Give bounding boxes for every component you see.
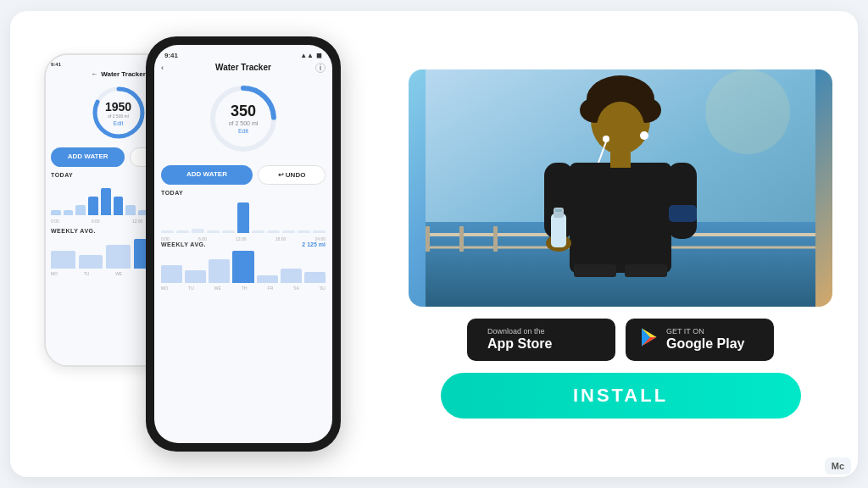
fg-weekly-header: WEEKLY AVG. 2 125 ml [161,241,326,247]
main-container: 9:41 ▲▲ ◼ ← Water Tracker 1950 [10,11,858,477]
svg-point-32 [705,69,790,154]
fg-btn-row: ADD WATER ↩ UNDO [161,165,326,185]
svg-rect-31 [625,264,667,277]
install-button[interactable]: INSTALL [441,373,801,419]
svg-rect-26 [555,209,562,212]
svg-rect-25 [554,208,564,218]
svg-point-18 [597,102,644,152]
fg-undo-btn[interactable]: ↩ UNDO [258,165,326,185]
fg-add-water-btn[interactable]: ADD WATER [161,165,253,185]
svg-point-17 [620,81,646,105]
person-illustration [409,69,832,307]
store-buttons-row: Download on the App Store GET IT ON Go [409,319,832,361]
google-play-main-label: Google Play [666,336,744,352]
fg-today-chart [161,199,326,233]
fg-weekly-chart [161,251,326,283]
right-section: Download on the App Store GET IT ON Go [409,69,832,419]
fg-today-label: TODAY [161,190,326,196]
svg-rect-28 [610,152,631,168]
app-store-button[interactable]: Download on the App Store [467,319,615,361]
fg-week-labels: MO TU WE TH FR SA SU [161,286,326,291]
app-store-main-label: App Store [487,336,552,352]
phone-foreground: 9:41 ▲▲ ◼ ‹ Water Tracker i [146,36,341,452]
google-play-sub-label: GET IT ON [666,328,744,336]
svg-rect-24 [551,214,566,247]
svg-rect-27 [669,205,697,222]
svg-rect-30 [574,264,616,277]
svg-point-29 [640,131,648,140]
fg-back-icon[interactable]: ‹ [161,64,164,72]
fg-header: ‹ Water Tracker i [161,63,326,72]
phones-section: 9:41 ▲▲ ◼ ← Water Tracker 1950 [36,28,392,460]
app-store-sub-label: Download on the [487,328,552,336]
fg-status-bar: 9:41 ▲▲ ◼ [161,52,326,59]
svg-rect-22 [667,163,697,239]
person-image [409,69,832,307]
fg-info-icon[interactable]: i [315,63,326,73]
bg-add-water-btn[interactable]: ADD WATER [51,147,125,167]
google-play-icon [639,327,659,352]
google-play-button[interactable]: GET IT ON Google Play [626,319,774,361]
svg-point-19 [603,136,609,142]
fg-circular-progress: 350 of 2 500 ml Edit [161,80,326,157]
fg-header-title: Water Tracker [215,63,271,72]
svg-rect-9 [426,226,430,252]
watermark: Mc [825,458,851,474]
svg-rect-20 [570,163,671,273]
svg-rect-11 [493,226,498,252]
fg-phone-screen: 9:41 ▲▲ ◼ ‹ Water Tracker i [154,45,332,443]
svg-rect-10 [459,226,464,252]
